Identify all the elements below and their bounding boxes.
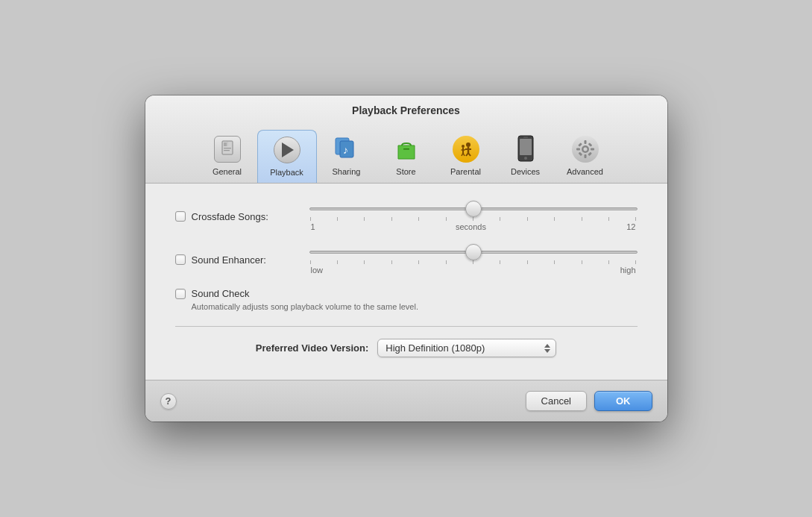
video-version-select[interactable]: High Definition (1080p) High Definition … xyxy=(377,339,556,357)
sound-enhancer-checkbox[interactable] xyxy=(175,254,186,265)
tab-advanced[interactable]: Advanced xyxy=(556,130,615,183)
svg-rect-1 xyxy=(224,142,227,146)
dialog: Playback Preferences Gene xyxy=(145,95,667,422)
tab-devices[interactable]: Devices xyxy=(496,130,556,183)
sound-enhancer-min: low xyxy=(311,266,324,275)
svg-rect-23 xyxy=(523,137,528,138)
tab-sharing[interactable]: ♪ Sharing xyxy=(317,130,377,183)
svg-rect-27 xyxy=(584,154,586,158)
crossfade-track xyxy=(309,207,638,210)
sound-check-row: Sound Check Automatically adjusts song p… xyxy=(175,288,638,311)
tab-playback-label: Playback xyxy=(270,168,303,177)
playback-icon xyxy=(272,135,302,165)
footer: ? Cancel OK xyxy=(145,380,667,422)
sound-enhancer-slider-area: low high xyxy=(309,245,638,275)
svg-rect-28 xyxy=(576,148,580,151)
tab-store[interactable]: Store xyxy=(377,130,436,183)
sound-enhancer-slider-container[interactable] xyxy=(309,245,638,260)
devices-icon xyxy=(511,134,541,164)
sound-check-description: Automatically adjusts song playback volu… xyxy=(192,302,638,311)
cancel-button[interactable]: Cancel xyxy=(526,391,587,411)
sound-enhancer-thumb[interactable] xyxy=(465,244,482,260)
svg-rect-32 xyxy=(578,152,582,157)
tab-advanced-label: Advanced xyxy=(567,167,603,176)
section-divider xyxy=(175,326,638,327)
svg-rect-30 xyxy=(578,142,582,147)
svg-rect-3 xyxy=(224,150,230,151)
tab-devices-label: Devices xyxy=(511,167,540,176)
crossfade-label: Crossfade Songs: xyxy=(192,211,268,222)
crossfade-checkbox[interactable] xyxy=(175,211,186,222)
svg-rect-29 xyxy=(591,148,594,151)
svg-text:♪: ♪ xyxy=(343,144,348,156)
svg-point-22 xyxy=(524,157,527,160)
crossfade-mid: seconds xyxy=(456,222,486,231)
content-area: Crossfade Songs: 1 seconds 12 xyxy=(145,184,667,380)
svg-line-13 xyxy=(468,153,470,156)
advanced-icon xyxy=(570,134,600,164)
sound-enhancer-track xyxy=(309,251,638,254)
help-button[interactable]: ? xyxy=(160,393,177,410)
tab-store-label: Store xyxy=(396,167,415,176)
svg-rect-31 xyxy=(588,142,592,147)
parental-icon xyxy=(451,134,481,164)
crossfade-slider-area: 1 seconds 12 xyxy=(309,201,638,231)
sound-enhancer-label: Sound Enhancer: xyxy=(192,254,266,266)
video-version-row: Preferred Video Version: High Definition… xyxy=(175,339,638,357)
svg-rect-33 xyxy=(588,152,592,157)
sharing-icon: ♪ xyxy=(332,134,362,164)
dialog-title: Playback Preferences xyxy=(145,104,667,116)
sound-check-label: Sound Check xyxy=(192,288,250,299)
svg-line-19 xyxy=(465,149,465,150)
sound-check-checkbox[interactable] xyxy=(175,289,186,299)
crossfade-max: 12 xyxy=(626,222,635,231)
tab-general[interactable]: General xyxy=(198,130,257,183)
ok-button[interactable]: OK xyxy=(594,391,652,411)
svg-line-18 xyxy=(463,153,465,156)
crossfade-labels: 1 seconds 12 xyxy=(309,222,638,231)
svg-point-9 xyxy=(466,142,470,147)
footer-buttons: Cancel OK xyxy=(526,391,652,411)
svg-point-25 xyxy=(583,148,587,151)
svg-rect-21 xyxy=(520,139,532,155)
crossfade-row: Crossfade Songs: 1 seconds 12 xyxy=(175,201,638,231)
store-icon xyxy=(391,134,421,164)
svg-rect-8 xyxy=(403,148,409,150)
sound-enhancer-ticks xyxy=(309,260,638,264)
title-bar: Playback Preferences Gene xyxy=(145,95,667,184)
svg-point-14 xyxy=(462,145,465,148)
tab-sharing-label: Sharing xyxy=(333,167,361,176)
crossfade-min: 1 xyxy=(311,222,315,231)
crossfade-ticks xyxy=(309,217,638,221)
crossfade-slider-container[interactable] xyxy=(309,201,638,216)
tab-parental-label: Parental xyxy=(450,167,481,176)
tab-general-label: General xyxy=(213,167,242,176)
sound-enhancer-row: Sound Enhancer: low high xyxy=(175,245,638,275)
tab-parental[interactable]: Parental xyxy=(436,130,496,183)
general-icon xyxy=(213,134,242,164)
crossfade-thumb[interactable] xyxy=(465,201,482,217)
svg-rect-2 xyxy=(224,148,231,148)
toolbar: General Playback xyxy=(145,124,667,183)
sound-enhancer-max: high xyxy=(620,266,636,275)
video-select-wrapper: High Definition (1080p) High Definition … xyxy=(377,339,556,357)
sound-enhancer-labels: low high xyxy=(309,266,638,275)
tab-playback[interactable]: Playback xyxy=(257,130,317,183)
sound-check-label-row: Sound Check xyxy=(175,288,638,299)
svg-rect-26 xyxy=(584,140,586,144)
video-version-label: Preferred Video Version: xyxy=(256,342,369,354)
